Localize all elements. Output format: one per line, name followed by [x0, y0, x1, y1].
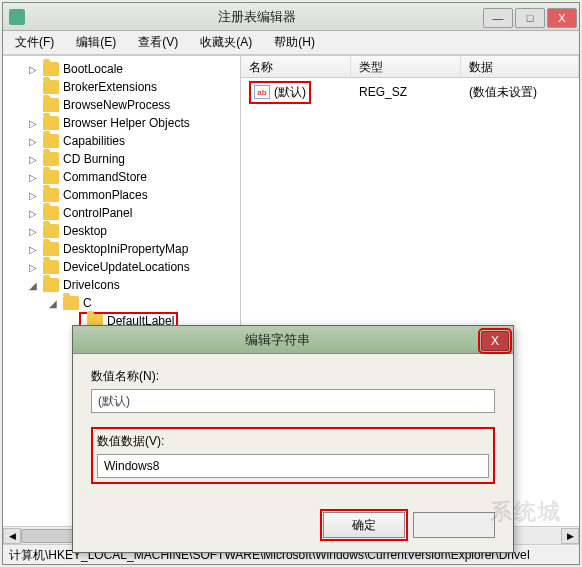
window-title: 注册表编辑器 — [31, 8, 483, 26]
tree-item-label: DeviceUpdateLocations — [63, 260, 190, 274]
folder-icon — [43, 134, 59, 148]
tree-item[interactable]: ▷DesktopIniPropertyMap — [3, 240, 240, 258]
cancel-button[interactable] — [413, 512, 495, 538]
tree-item[interactable]: BrokerExtensions — [3, 78, 240, 96]
tree-item-label: Capabilities — [63, 134, 125, 148]
col-data[interactable]: 数据 — [461, 56, 579, 77]
dialog-close-button[interactable]: X — [481, 331, 509, 351]
tree-item-label: CommonPlaces — [63, 188, 148, 202]
tree-item[interactable]: ◢DriveIcons — [3, 276, 240, 294]
window-controls: — □ X — [483, 6, 579, 28]
folder-icon — [43, 206, 59, 220]
folder-icon — [43, 116, 59, 130]
titlebar: 注册表编辑器 — □ X — [3, 3, 579, 31]
expand-icon[interactable]: ▷ — [27, 208, 39, 219]
scroll-left-button[interactable]: ◀ — [3, 528, 21, 544]
tree-item-label: Desktop — [63, 224, 107, 238]
folder-icon — [43, 242, 59, 256]
menu-favorites[interactable]: 收藏夹(A) — [194, 32, 258, 53]
tree-item-label: CD Burning — [63, 152, 125, 166]
tree-item[interactable]: ▷CommonPlaces — [3, 186, 240, 204]
tree-item-label: DesktopIniPropertyMap — [63, 242, 188, 256]
ok-button[interactable]: 确定 — [323, 512, 405, 538]
tree-item[interactable]: ▷ControlPanel — [3, 204, 240, 222]
menu-view[interactable]: 查看(V) — [132, 32, 184, 53]
value-data-input[interactable] — [97, 454, 489, 478]
tree-item[interactable]: ▷CommandStore — [3, 168, 240, 186]
dialog-titlebar: 编辑字符串 X — [73, 326, 513, 354]
expand-icon[interactable]: ▷ — [27, 244, 39, 255]
folder-icon — [43, 62, 59, 76]
tree-item[interactable]: ▷DeviceUpdateLocations — [3, 258, 240, 276]
folder-icon — [43, 80, 59, 94]
expand-icon[interactable]: ▷ — [27, 190, 39, 201]
tree-item-label: BrokerExtensions — [63, 80, 157, 94]
tree-item-label: BootLocale — [63, 62, 123, 76]
expand-icon[interactable]: ▷ — [27, 118, 39, 129]
tree-item[interactable]: BrowseNewProcess — [3, 96, 240, 114]
expand-icon[interactable]: ▷ — [27, 136, 39, 147]
col-type[interactable]: 类型 — [351, 56, 461, 77]
tree-item-label: ControlPanel — [63, 206, 132, 220]
menu-help[interactable]: 帮助(H) — [268, 32, 321, 53]
expand-icon[interactable]: ◢ — [47, 298, 59, 309]
tree-item-label: CommandStore — [63, 170, 147, 184]
tree-item-label: BrowseNewProcess — [63, 98, 170, 112]
value-name-group: 数值名称(N): — [91, 368, 495, 413]
menu-file[interactable]: 文件(F) — [9, 32, 60, 53]
string-value-icon: ab — [254, 85, 270, 99]
expand-icon[interactable]: ▷ — [27, 226, 39, 237]
folder-icon — [43, 98, 59, 112]
value-data: (数值未设置) — [461, 82, 579, 103]
folder-icon — [43, 152, 59, 166]
folder-icon — [43, 278, 59, 292]
dialog-button-row: 确定 — [73, 512, 513, 552]
maximize-button[interactable]: □ — [515, 8, 545, 28]
menubar: 文件(F) 编辑(E) 查看(V) 收藏夹(A) 帮助(H) — [3, 31, 579, 55]
dialog-body: 数值名称(N): 数值数据(V): — [73, 354, 513, 512]
tree-item[interactable]: ▷Capabilities — [3, 132, 240, 150]
tree-item-label: C — [83, 296, 92, 310]
folder-icon — [43, 260, 59, 274]
edit-string-dialog: 编辑字符串 X 数值名称(N): 数值数据(V): 确定 — [72, 325, 514, 553]
folder-icon — [43, 224, 59, 238]
value-row[interactable]: ab(默认)REG_SZ(数值未设置) — [241, 82, 579, 102]
tree-item-label: Browser Helper Objects — [63, 116, 190, 130]
close-button[interactable]: X — [547, 8, 577, 28]
tree-item[interactable]: ▷CD Burning — [3, 150, 240, 168]
value-data-label: 数值数据(V): — [97, 433, 489, 450]
folder-icon — [43, 170, 59, 184]
col-name[interactable]: 名称 — [241, 56, 351, 77]
expand-icon[interactable]: ▷ — [27, 262, 39, 273]
tree-item[interactable]: ▷Browser Helper Objects — [3, 114, 240, 132]
value-name-label: 数值名称(N): — [91, 368, 495, 385]
app-icon — [9, 9, 25, 25]
tree-item[interactable]: ▷Desktop — [3, 222, 240, 240]
expand-icon[interactable]: ◢ — [27, 280, 39, 291]
value-data-group: 数值数据(V): — [91, 427, 495, 484]
expand-icon[interactable]: ▷ — [27, 64, 39, 75]
minimize-button[interactable]: — — [483, 8, 513, 28]
value-type: REG_SZ — [351, 83, 461, 101]
expand-icon[interactable]: ▷ — [27, 154, 39, 165]
folder-icon — [43, 188, 59, 202]
tree-item[interactable]: ◢C — [3, 294, 240, 312]
value-name: (默认) — [274, 84, 306, 101]
menu-edit[interactable]: 编辑(E) — [70, 32, 122, 53]
folder-icon — [63, 296, 79, 310]
value-name-input[interactable] — [91, 389, 495, 413]
tree-item[interactable]: ▷BootLocale — [3, 60, 240, 78]
dialog-title: 编辑字符串 — [73, 331, 481, 349]
tree-item-label: DriveIcons — [63, 278, 120, 292]
scroll-right-button-2[interactable]: ▶ — [561, 528, 579, 544]
expand-icon[interactable]: ▷ — [27, 172, 39, 183]
column-headers: 名称 类型 数据 — [241, 56, 579, 78]
